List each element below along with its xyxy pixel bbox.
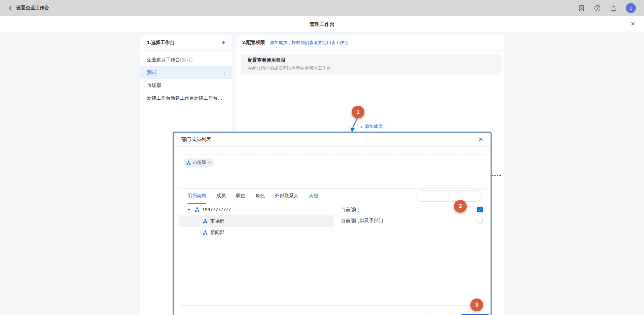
page-title: 管理工作台 [0, 16, 644, 32]
tab-others[interactable]: 其他 [309, 189, 318, 203]
tree-node-label: 市场部 [210, 218, 224, 224]
workspace-item-market[interactable]: 市场部 [140, 79, 232, 92]
department-icon [186, 161, 191, 165]
back-label: 设置企业工作台 [16, 5, 49, 11]
workspace-item-suffix: (默认) [180, 57, 192, 62]
tree-node-root[interactable]: 19677777777 [179, 204, 333, 215]
view-permission-desc: 在此分组内的成员可以查看并使用该工作台 [248, 65, 495, 71]
workspace-panel-header: 1.选择工作台 + [140, 35, 232, 51]
tab-positions[interactable]: 职位 [236, 189, 245, 203]
guide-step-3-badge: 3 [470, 299, 483, 311]
option-label: 当前部门 [341, 207, 360, 213]
workspace-item-label: 新建工作台新建工作台新建工作台新建... [147, 95, 227, 101]
picker-body: 19677777777 市场部 [179, 203, 487, 306]
permission-panel-header: 2.配置权限 添加成员，授权他们查看并使用该工作台 [236, 35, 504, 51]
add-member-button[interactable]: + 添加成员 [241, 124, 501, 130]
topbar-actions: 1 [577, 3, 636, 13]
option-current-and-sub-departments[interactable]: 当前部门以及子部门 [333, 215, 487, 226]
contacts-icon[interactable] [577, 4, 585, 12]
member-search-input[interactable] [420, 194, 479, 199]
workspace-item-label: 市场部 [147, 82, 161, 89]
view-permission-title: 配置查看使用权限 [248, 57, 495, 63]
checkbox-checked[interactable]: ✓ [477, 207, 483, 212]
workspace-item-label: 测试 [147, 70, 156, 76]
guide-step-1-badge: 1 [352, 106, 364, 118]
option-label: 当前部门以及子部门 [341, 218, 383, 224]
permission-step-title: 2.配置权限 [242, 40, 265, 46]
tab-org-structure[interactable]: 组织架构 [187, 189, 206, 203]
tab-external-contacts[interactable]: 外部联系人 [275, 189, 298, 203]
more-actions-icon[interactable]: ⋮ [222, 70, 227, 76]
checkbox-unchecked[interactable] [477, 218, 483, 223]
back-chevron-icon [8, 5, 13, 11]
tree-node-label: 新闻部 [210, 230, 224, 236]
caret-down-icon[interactable] [187, 209, 191, 211]
user-avatar[interactable]: 1 [626, 3, 636, 13]
tag-remove-icon[interactable]: ✕ [208, 160, 211, 165]
workspace-item-new[interactable]: 新建工作台新建工作台新建工作台新建... [140, 92, 232, 105]
modal-header: 部门成员列表 ✕ [174, 133, 491, 147]
notification-bell-icon[interactable] [610, 4, 617, 12]
modal-close-icon[interactable]: ✕ [478, 136, 483, 143]
page-close-icon[interactable]: ✕ [631, 16, 635, 32]
tree-node-news[interactable]: 新闻部 [179, 227, 333, 238]
guide-arrow-icon [347, 117, 362, 134]
view-permission-section: 配置查看使用权限 在此分组内的成员可以查看并使用该工作台 [241, 54, 501, 75]
tree-node-market[interactable]: 市场部 [179, 215, 333, 227]
selected-tag-label: 市场部 [193, 160, 206, 166]
guide-step-2-badge: 2 [454, 200, 467, 213]
help-icon[interactable] [594, 4, 601, 12]
modal-title: 部门成员列表 [181, 136, 211, 143]
member-picker: 组织架构 成员 职位 角色 外部联系人 其他 [179, 188, 487, 306]
org-tree: 19677777777 市场部 [179, 203, 333, 306]
top-app-bar: 设置企业工作台 [0, 0, 644, 16]
screen: 设置企业工作台 [0, 0, 644, 315]
selected-department-tag[interactable]: 市场部 ✕ [183, 158, 214, 167]
member-search [416, 190, 482, 202]
permission-step-hint[interactable]: 添加成员，授权他们查看并使用该工作台 [270, 40, 349, 46]
tab-roles[interactable]: 角色 [255, 189, 265, 203]
picker-tabs: 组织架构 成员 职位 角色 外部联系人 其他 [179, 189, 487, 203]
tab-members[interactable]: 成员 [216, 189, 226, 203]
selected-members-area: 市场部 ✕ [179, 154, 487, 180]
workspace-panel-title: 1.选择工作台 [147, 40, 175, 46]
tree-node-label: 19677777777 [202, 207, 231, 212]
department-icon [203, 219, 208, 223]
workspace-item-default[interactable]: 企业默认工作台(默认) [140, 54, 232, 66]
back-nav[interactable]: 设置企业工作台 [8, 5, 49, 11]
add-workspace-button[interactable]: + [221, 39, 225, 46]
workspace-list: 企业默认工作台(默认) 测试 ⋮ 市场部 新建工作台新建工作台新建工作台新建..… [140, 51, 232, 105]
department-icon [203, 230, 208, 235]
department-icon [195, 207, 200, 212]
workspace-item-test[interactable]: 测试 ⋮ [140, 66, 232, 79]
page-header: 管理工作台 ✕ [0, 16, 644, 32]
department-member-modal: 部门成员列表 ✕ 市场部 ✕ 组织架构 成员 职位 角色 外部联系 [173, 132, 492, 315]
scope-options: 当前部门 ✓ 当前部门以及子部门 [333, 203, 487, 306]
add-member-label: 添加成员 [365, 124, 382, 130]
workspace-item-label: 企业默认工作台 [147, 57, 180, 62]
